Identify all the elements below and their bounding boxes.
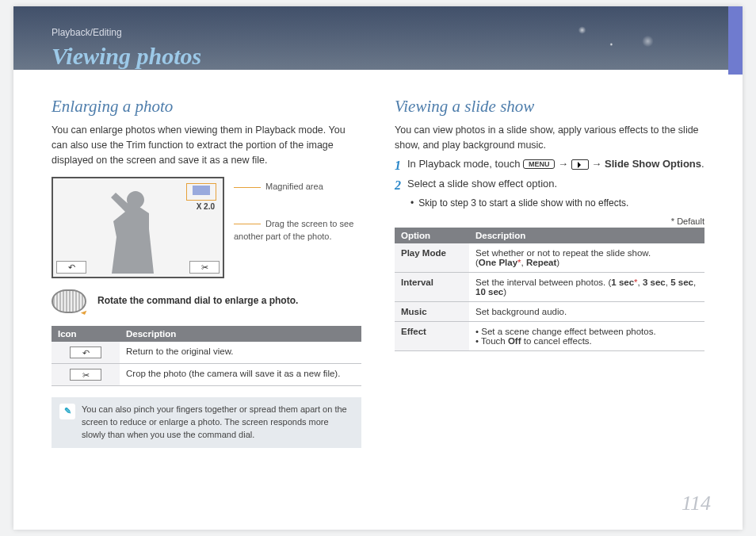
note-text: You can also pinch your fingers together… [82, 404, 353, 442]
play-icon[interactable] [571, 159, 589, 170]
table-row: MusicSet background audio. [395, 301, 704, 321]
th-option: Option [395, 228, 469, 243]
step1-arrow1: → [558, 158, 571, 170]
intro-text-right: You can view photos in a slide show, app… [395, 123, 704, 153]
zoom-level-label: X 2.0 [197, 202, 215, 211]
option-desc: Set a scene change effect between photos… [469, 321, 704, 350]
step2-text: Select a slide show effect option. [407, 178, 557, 190]
section-heading-slideshow: Viewing a slide show [395, 97, 704, 117]
crop-button[interactable]: ✂ [189, 261, 220, 274]
option-label: Play Mode [395, 243, 469, 273]
table-row: EffectSet a scene change effect between … [395, 321, 704, 350]
magnified-area-indicator [186, 183, 216, 201]
icon-description-table: Icon Description ↶ Return to the origina… [52, 326, 361, 386]
th-description2: Description [469, 228, 704, 243]
table-row: ↶ Return to the original view. [52, 342, 361, 364]
step1-post: Slide Show Options [605, 158, 701, 170]
step-2: 2 Select a slide show effect option. [395, 178, 704, 193]
table-row: ✂ Crop the photo (the camera will save i… [52, 364, 361, 386]
command-dial-icon [52, 289, 86, 313]
option-desc: Set the interval between photos. (1 sec*… [469, 272, 704, 301]
photo-enlarge-figure: X 2.0 ↶ ✂ [52, 177, 224, 278]
step1-arrow2: → [591, 158, 605, 170]
table-row: Play ModeSet whether or not to repeat th… [395, 243, 704, 273]
annotation-magnified: Magnified area [265, 182, 323, 191]
page-title: Viewing photos [52, 43, 704, 70]
step1-pretext: In Playback mode, touch [407, 158, 523, 170]
slideshow-options-table: Option Description Play ModeSet whether … [395, 228, 704, 351]
th-description: Description [120, 326, 361, 342]
table-row: IntervalSet the interval between photos.… [395, 272, 704, 301]
breadcrumb: Playback/Editing [52, 24, 704, 38]
annotation-drag: Drag the screen to see another part of t… [234, 219, 353, 242]
default-note: * Default [395, 216, 704, 226]
option-desc: Set whether or not to repeat the slide s… [469, 243, 704, 273]
crop-icon: ✂ [70, 369, 101, 381]
undo-icon: ↶ [70, 346, 101, 358]
th-icon: Icon [52, 326, 120, 342]
step-1: 1 In Playback mode, touch MENU → → Slide… [395, 158, 704, 173]
pencil-icon: ✎ [59, 404, 75, 419]
option-label: Music [395, 301, 469, 321]
page-number: 114 [682, 492, 711, 515]
step2-bullet: Skip to step 3 to start a slide show wit… [410, 197, 704, 209]
info-note: ✎ You can also pinch your fingers togeth… [52, 397, 361, 448]
dial-instruction: Rotate the command dial to enlarge a pho… [97, 289, 361, 308]
undo-button[interactable]: ↶ [56, 261, 86, 274]
page-side-tab [728, 6, 743, 75]
intro-text-left: You can enlarge photos when viewing them… [52, 123, 361, 167]
option-desc: Set background audio. [469, 301, 704, 321]
icon-desc: Return to the original view. [120, 342, 361, 364]
option-label: Interval [395, 272, 469, 301]
icon-desc: Crop the photo (the camera will save it … [120, 364, 361, 386]
option-label: Effect [395, 321, 469, 350]
menu-button-icon[interactable]: MENU [523, 159, 556, 169]
section-heading-enlarge: Enlarging a photo [52, 97, 361, 117]
